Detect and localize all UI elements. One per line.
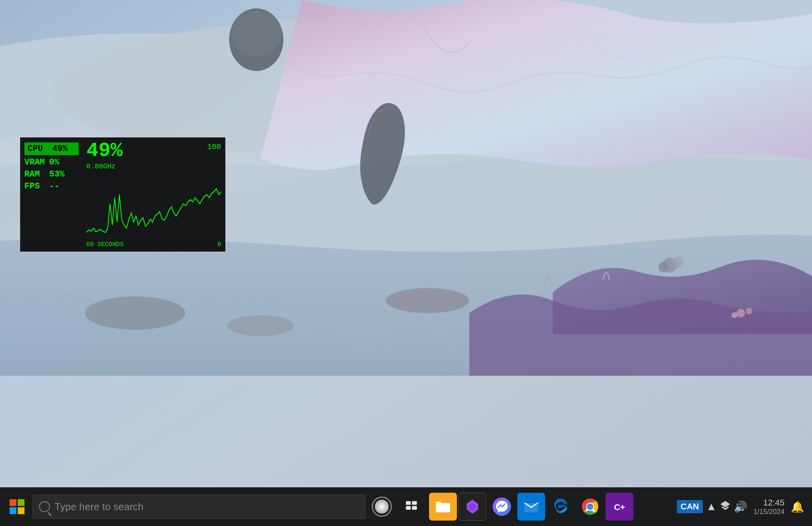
svg-point-12: [736, 309, 745, 317]
monitor-chart-panel: 49% 100 0.80GHz 60 SECONDS 0: [82, 138, 225, 251]
cpu-value: 49%: [52, 144, 68, 154]
svg-rect-17: [10, 499, 17, 506]
task-view-button[interactable]: [398, 493, 426, 521]
svg-point-8: [386, 288, 469, 313]
volume-tray-icon[interactable]: 🔊: [734, 500, 747, 513]
mail-icon[interactable]: [517, 493, 545, 521]
ram-value: 53%: [49, 170, 65, 179]
frequency-label: 0.80GHz: [86, 163, 221, 170]
svg-rect-19: [10, 507, 17, 514]
svg-point-14: [731, 312, 737, 318]
svg-rect-20: [18, 507, 25, 514]
taskbar: Type here to search: [0, 487, 812, 526]
search-placeholder-text: Type here to search: [55, 501, 144, 513]
clock-time: 12:45: [754, 498, 785, 508]
fps-label: FPS: [24, 182, 48, 191]
time-range-label: 60 SECONDS: [86, 241, 124, 248]
svg-rect-18: [18, 499, 25, 506]
cortana-icon-inner: [375, 500, 389, 514]
search-icon: [39, 501, 50, 512]
fps-value: --: [49, 182, 59, 191]
vram-stat: VRAM 0%: [24, 158, 79, 167]
messenger-icon[interactable]: [488, 493, 516, 521]
monitor-header: 49% 100: [86, 141, 221, 161]
svg-rect-30: [524, 501, 539, 503]
svg-point-34: [587, 504, 594, 510]
chart-footer: 60 SECONDS 0: [86, 241, 221, 248]
chart-min-label: 0: [217, 241, 221, 248]
monitor-widget: CPU 49% VRAM 0% RAM 53% FPS -- 49% 100 0…: [20, 137, 225, 252]
obsidian-icon[interactable]: [458, 493, 486, 521]
cpu-label: CPU: [27, 144, 51, 154]
vram-value: 0%: [49, 158, 59, 167]
svg-rect-23: [406, 506, 411, 510]
svg-point-5: [231, 10, 281, 57]
chart-max-label: 100: [207, 142, 221, 151]
canva-icon[interactable]: C+: [606, 493, 633, 521]
svg-point-7: [227, 315, 294, 336]
notification-icon[interactable]: 🔔: [791, 500, 804, 513]
desktop: [0, 0, 812, 526]
svg-point-11: [658, 262, 668, 272]
clock-display[interactable]: 12:45 1/15/2024: [750, 498, 788, 516]
chrome-icon[interactable]: [576, 493, 604, 521]
file-explorer-icon[interactable]: [429, 493, 457, 521]
ram-label: RAM: [24, 170, 48, 179]
start-button[interactable]: [3, 493, 31, 521]
cpu-percentage-large: 49%: [86, 141, 123, 161]
monitor-stats-panel: CPU 49% VRAM 0% RAM 53% FPS --: [21, 138, 82, 251]
svg-rect-24: [412, 506, 417, 510]
search-bar[interactable]: Type here to search: [33, 495, 366, 519]
network-tray-icon[interactable]: [720, 500, 731, 514]
svg-text:C+: C+: [614, 502, 625, 512]
clock-date: 1/15/2024: [754, 508, 785, 516]
tray-icon-1[interactable]: ▲: [706, 500, 717, 513]
svg-point-6: [85, 296, 185, 330]
cpu-stat: CPU 49%: [24, 142, 79, 155]
system-tray: CAN ▲ 🔊 12:45 1/15/2024 🔔: [672, 498, 809, 516]
vram-label: VRAM: [24, 158, 48, 167]
svg-rect-22: [412, 501, 417, 505]
svg-point-13: [746, 308, 752, 314]
edge-icon[interactable]: [547, 493, 575, 521]
ram-stat: RAM 53%: [24, 170, 79, 179]
svg-point-10: [672, 256, 684, 268]
can-badge[interactable]: CAN: [677, 500, 703, 513]
fps-stat: FPS --: [24, 182, 79, 191]
cpu-chart: [86, 172, 221, 240]
cortana-button[interactable]: [372, 497, 392, 517]
svg-rect-21: [406, 501, 411, 505]
